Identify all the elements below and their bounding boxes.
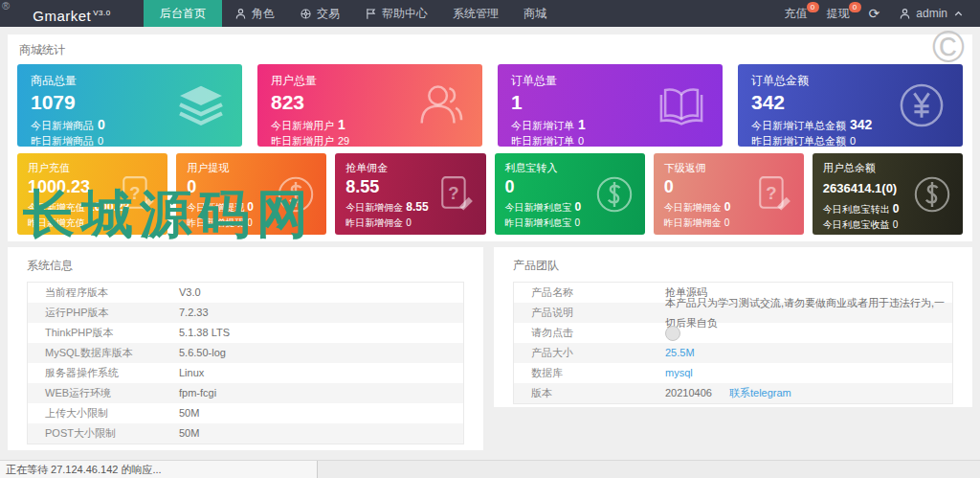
doc-question-icon: [116, 173, 158, 216]
do-not-click-icon[interactable]: [665, 326, 680, 341]
table-row: MySQL数据库版本5.6.50-log: [28, 343, 463, 363]
user-menu[interactable]: admin: [899, 7, 965, 20]
stat-yesterday-value: 0: [88, 217, 94, 228]
stat-today-label: 今日新增利息宝: [505, 202, 572, 213]
recharge-button[interactable]: 充值 0: [785, 0, 808, 27]
app-version: V3.0: [93, 9, 110, 17]
nav-label: 商城: [523, 0, 546, 27]
row-label: 请勿点击: [514, 323, 665, 343]
stat-today-value: 0: [575, 200, 582, 214]
table-row: 数据库mysql: [514, 363, 952, 383]
flag-icon: [365, 8, 377, 20]
stat-card-products-total: 商品总量 1079 今日新增商品0 昨日新增商品0: [17, 64, 242, 147]
product-team-panel: 产品团队 产品名称抢单源码 产品说明本产品只为学习测试交流,请勿要做商业或者用于…: [494, 247, 972, 407]
app-logo-text: Gmarket: [33, 8, 91, 24]
stat-yesterday-value: 0: [893, 219, 899, 230]
row-label: POST大小限制: [28, 423, 179, 444]
stat-today-value: 0: [98, 117, 105, 132]
database-link[interactable]: mysql: [665, 363, 693, 383]
stat-today-label: 今日利息宝转出: [823, 204, 890, 215]
stat-yesterday-value: 0: [724, 217, 730, 228]
table-row: 版本20210406联系telegram: [514, 383, 952, 403]
recharge-badge: 0: [807, 2, 819, 12]
row-value: V3.0: [179, 283, 201, 303]
stat-card-order-amount-total: 订单总金额 342 今日新增订单总金额342 昨日新增订单总金额0: [738, 64, 963, 147]
stat-card-orders-total: 订单总量 1 今日新增订单1 昨日新增订单0: [498, 64, 723, 147]
version-value: 20210406: [665, 383, 712, 403]
stat-today-value: 0: [724, 200, 731, 214]
stat-yesterday-value: 29: [338, 135, 349, 147]
nav-item-trade[interactable]: 交易: [287, 0, 352, 27]
stat-card-users-total: 用户总量 823 今日新增用户1 昨日新增用户29: [257, 64, 482, 147]
stat-today-label: 今日新增订单总金额: [751, 120, 846, 131]
doc-question-icon: [434, 173, 477, 216]
stat-today-label: 今日新增用户: [271, 120, 334, 131]
recharge-label: 充值: [785, 7, 808, 20]
chevron-up-icon: [952, 8, 965, 20]
nav-item-system-management[interactable]: 系统管理: [440, 0, 511, 27]
stats-panel: 商城统计 商品总量 1079 今日新增商品0 昨日新增商品0 用户总量 823 …: [8, 34, 972, 241]
stat-today-label: 今日新增充值: [28, 202, 85, 213]
stat-yesterday-label: 昨日新增利息宝: [505, 217, 572, 228]
row-value: 50M: [179, 403, 199, 423]
stat-yesterday-label: 昨日新增订单总金额: [751, 135, 846, 147]
row-value: 5.1.38 LTS: [179, 323, 230, 343]
row-value: 50M: [179, 423, 199, 444]
stat-today-value: 1: [578, 117, 586, 132]
stat-card-user-recharge: 用户充值 1000.23 今日新增充值1000.23 昨日新增充值0: [17, 153, 167, 235]
nav-item-mall[interactable]: 商城: [511, 0, 559, 27]
users-icon: [415, 80, 467, 131]
refresh-icon[interactable]: ⟳: [869, 0, 880, 27]
row-value: 7.2.33: [179, 303, 209, 323]
row-label: 产品说明: [514, 303, 665, 323]
withdraw-button[interactable]: 提现 0: [827, 0, 850, 27]
dollar-circle-icon: [593, 173, 635, 216]
main-nav: 后台首页 角色 交易 帮助中心 系统管理 商城: [144, 0, 559, 27]
stat-today-value: 0: [247, 200, 254, 214]
nav-item-dashboard[interactable]: 后台首页: [144, 0, 222, 27]
stat-yesterday-value: 0: [575, 217, 581, 228]
status-message: 正在等待 27.124.46.142 的响应...: [0, 461, 318, 478]
table-row: 运行PHP版本7.2.33: [28, 303, 463, 323]
table-row: WEB运行环境fpm-fcgi: [28, 383, 463, 403]
nav-label: 交易: [317, 0, 340, 27]
stat-yesterday-label: 昨日新增佣金: [345, 217, 403, 228]
stat-today-value: 342: [850, 117, 872, 132]
row-value: 本产品只为学习测试交流,请勿要做商业或者用于违法行为,一切后果自负: [665, 303, 952, 323]
telegram-link[interactable]: 联系telegram: [729, 383, 791, 403]
stat-yesterday-label: 昨日新增商品: [31, 135, 94, 147]
wheel-icon: [300, 8, 312, 20]
nav-item-roles[interactable]: 角色: [222, 0, 287, 27]
table-row: 服务器操作系统Linux: [28, 363, 463, 383]
stat-card-interest-transfer-in: 利息宝转入 0 今日新增利息宝0 昨日新增利息宝0: [495, 153, 645, 235]
stat-yesterday-value: 0: [247, 217, 253, 228]
row-label: WEB运行环境: [28, 383, 179, 403]
big-stat-cards: 商品总量 1079 今日新增商品0 昨日新增商品0 用户总量 823 今日新增用…: [8, 64, 972, 147]
product-size-link[interactable]: 25.5M: [665, 343, 695, 363]
stat-yesterday-label: 昨日新增充值: [28, 217, 85, 228]
nav-label: 后台首页: [160, 0, 206, 27]
row-label: 数据库: [514, 363, 665, 383]
dollar-circle-icon: [275, 173, 317, 216]
system-info-table: 当前程序版本V3.0 运行PHP版本7.2.33 ThinkPHP版本5.1.3…: [27, 282, 464, 444]
table-row: 上传大小限制50M: [28, 403, 463, 423]
stat-card-user-total-balance: 用户总余额 2636414.1(0) 今日利息宝转出0 今日利息宝收益0: [813, 153, 963, 235]
stat-today-label: 今日新增订单: [511, 120, 574, 131]
stat-today-value: 1: [338, 117, 345, 132]
nav-item-help-center[interactable]: 帮助中心: [352, 0, 440, 27]
person-icon: [234, 8, 247, 20]
row-value: 5.6.50-log: [179, 343, 226, 363]
browser-status-bar: 正在等待 27.124.46.142 的响应...: [0, 460, 980, 478]
stat-today-label: 今日新增佣金: [345, 202, 403, 213]
row-label: 上传大小限制: [28, 403, 179, 423]
app-logo: GmarketV3.0: [0, 0, 144, 27]
dollar-circle-icon: [911, 173, 953, 216]
stat-yesterday-value: 0: [850, 135, 856, 147]
stat-yesterday-label: 昨日新增提现: [187, 217, 244, 228]
table-row: 产品说明本产品只为学习测试交流,请勿要做商业或者用于违法行为,一切后果自负: [514, 303, 952, 323]
row-value: fpm-fcgi: [179, 383, 216, 403]
product-team-table: 产品名称抢单源码 产品说明本产品只为学习测试交流,请勿要做商业或者用于违法行为,…: [513, 282, 953, 404]
stat-yesterday-value: 0: [406, 217, 412, 228]
stat-today-label: 今日新增提现: [187, 202, 244, 213]
table-row: ThinkPHP版本5.1.38 LTS: [28, 323, 463, 343]
